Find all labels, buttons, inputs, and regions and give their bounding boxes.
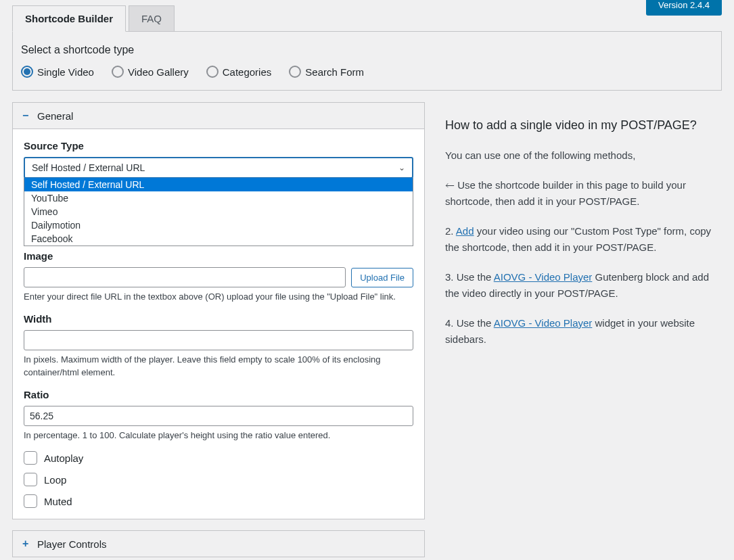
- image-help: Enter your direct file URL in the textbo…: [24, 290, 413, 304]
- radio-search-form[interactable]: Search Form: [289, 66, 364, 78]
- help-method-4: 4. Use the AIOVG - Video Player widget i…: [445, 315, 722, 348]
- player-controls-section: + Player Controls: [12, 530, 425, 557]
- help-heading: How to add a single video in my POST/PAG…: [445, 118, 722, 133]
- section-title: Player Controls: [37, 538, 107, 550]
- checkbox-icon: [24, 451, 37, 465]
- radio-icon: [112, 66, 124, 78]
- width-input[interactable]: [24, 330, 413, 350]
- type-heading: Select a shortcode type: [21, 44, 713, 56]
- arrow-left-icon: 🡐: [445, 180, 455, 191]
- select-value: Self Hosted / External URL: [32, 162, 145, 173]
- width-help: In pixels. Maximum width of the player. …: [24, 353, 413, 379]
- image-input[interactable]: [24, 267, 346, 287]
- version-badge: Version 2.4.4: [646, 0, 722, 16]
- player-controls-header[interactable]: + Player Controls: [13, 531, 424, 557]
- option-youtube[interactable]: YouTube: [24, 191, 413, 205]
- help-method-1: 🡐 Use the shortcode builder in this page…: [445, 177, 722, 210]
- checkbox-label: Autoplay: [44, 452, 83, 464]
- gutenberg-block-link[interactable]: AIOVG - Video Player: [494, 271, 593, 283]
- checkbox-label: Muted: [44, 496, 72, 507]
- checkbox-icon: [24, 494, 37, 508]
- help-panel: How to add a single video in my POST/PAG…: [445, 102, 722, 560]
- radio-label: Single Video: [37, 66, 94, 78]
- option-facebook[interactable]: Facebook: [24, 232, 413, 246]
- radio-icon: [206, 66, 219, 78]
- ratio-input[interactable]: [24, 406, 413, 426]
- widget-link[interactable]: AIOVG - Video Player: [494, 317, 593, 329]
- radio-categories[interactable]: Categories: [206, 66, 272, 78]
- image-label: Image: [24, 250, 413, 262]
- radio-label: Categories: [223, 66, 272, 78]
- source-type-dropdown: Self Hosted / External URL YouTube Vimeo…: [24, 178, 413, 246]
- minus-icon: −: [22, 110, 32, 122]
- help-intro: You can use one of the following methods…: [445, 147, 722, 164]
- general-header[interactable]: − General: [13, 103, 424, 129]
- radio-icon: [21, 66, 33, 78]
- radio-icon: [289, 66, 301, 78]
- section-title: General: [37, 110, 73, 122]
- radio-video-gallery[interactable]: Video Gallery: [112, 66, 189, 78]
- ratio-label: Ratio: [24, 389, 413, 400]
- tab-shortcode-builder[interactable]: Shortcode Builder: [12, 5, 126, 32]
- add-link[interactable]: Add: [456, 225, 474, 237]
- tabs: Shortcode Builder FAQ: [12, 5, 734, 32]
- shortcode-type-panel: Select a shortcode type Single Video Vid…: [12, 31, 722, 91]
- chevron-down-icon: ⌄: [398, 163, 405, 172]
- option-dailymotion[interactable]: Dailymotion: [24, 218, 413, 232]
- help-method-2: 2. Add your video using our "Custom Post…: [445, 223, 722, 256]
- checkbox-icon: [24, 473, 37, 486]
- width-label: Width: [24, 313, 413, 325]
- tab-faq[interactable]: FAQ: [129, 5, 175, 32]
- plus-icon: +: [22, 538, 32, 550]
- help-method-3: 3. Use the AIOVG - Video Player Gutenber…: [445, 269, 722, 302]
- autoplay-checkbox[interactable]: Autoplay: [24, 451, 413, 465]
- option-vimeo[interactable]: Vimeo: [24, 205, 413, 218]
- option-self-hosted[interactable]: Self Hosted / External URL: [24, 178, 413, 191]
- radio-label: Search Form: [305, 66, 364, 78]
- muted-checkbox[interactable]: Muted: [24, 494, 413, 508]
- source-type-label: Source Type: [24, 140, 413, 151]
- loop-checkbox[interactable]: Loop: [24, 473, 413, 486]
- radio-single-video[interactable]: Single Video: [21, 66, 94, 78]
- checkbox-label: Loop: [44, 474, 66, 486]
- source-type-select[interactable]: Self Hosted / External URL ⌄ Self Hosted…: [24, 157, 413, 179]
- general-section: − General Source Type Self Hosted / Exte…: [12, 102, 425, 519]
- ratio-help: In percentage. 1 to 100. Calculate playe…: [24, 429, 413, 442]
- upload-file-button[interactable]: Upload File: [351, 268, 413, 287]
- radio-label: Video Gallery: [128, 66, 189, 78]
